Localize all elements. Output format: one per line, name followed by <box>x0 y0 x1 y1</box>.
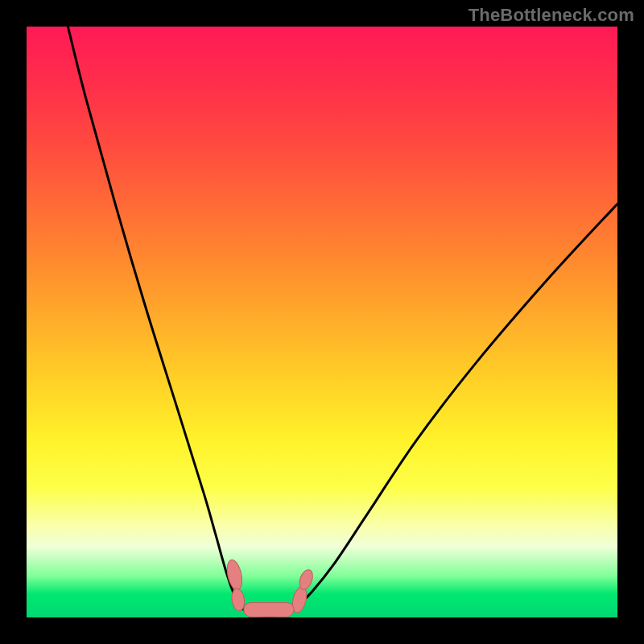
curve-path <box>68 27 617 616</box>
marker-4 <box>244 603 294 617</box>
chart-overlay <box>27 27 617 617</box>
chart-frame: TheBottleneck.com <box>0 0 644 644</box>
curve-markers <box>225 559 315 617</box>
watermark-label: TheBottleneck.com <box>469 5 634 26</box>
bottleneck-curve <box>68 27 617 616</box>
marker-0 <box>225 559 244 592</box>
